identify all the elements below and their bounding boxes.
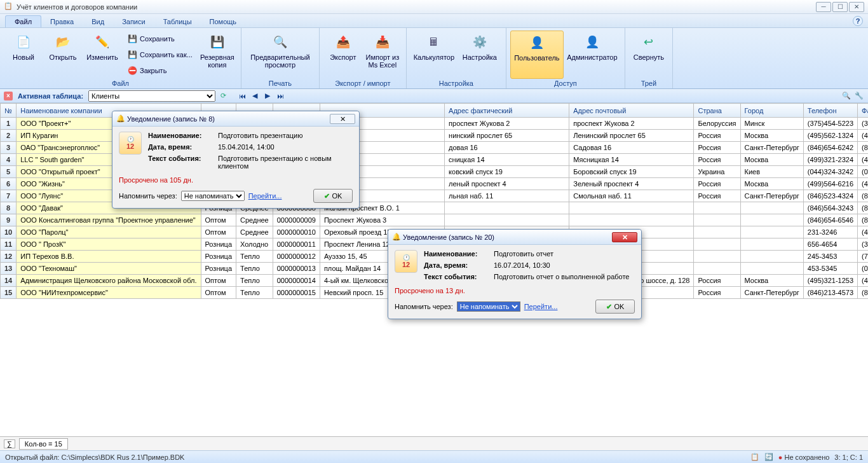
edit-icon: ✏️ <box>92 32 112 52</box>
tab-edit[interactable]: Правка <box>41 16 83 27</box>
preview-button[interactable]: 🔍Предварительный просмотр <box>245 31 315 79</box>
nav-last-icon[interactable]: ⏭ <box>275 91 285 101</box>
status-unsaved: ● Не сохранено <box>778 453 830 461</box>
dialog2-title: Уведомление (запись № 20) <box>403 233 612 241</box>
dialog-icon: 🔔 <box>392 233 401 241</box>
export-icon: 📤 <box>333 32 353 52</box>
backup-icon: 💾 <box>207 32 227 52</box>
calendar-icon: 🕐12 <box>119 132 142 155</box>
close-table-icon[interactable]: × <box>4 92 13 100</box>
minimize-icon: ↩ <box>639 32 659 52</box>
col-header[interactable]: Телефон <box>803 104 857 118</box>
window-title: Учёт клиентов и договоров компании <box>17 3 815 11</box>
active-table-label: Активная таблица: <box>18 92 83 100</box>
active-table-select[interactable]: Клиенты <box>88 90 215 102</box>
dialog2-goto-link[interactable]: Перейти... <box>524 303 558 310</box>
group-settings-label: Настройка <box>410 79 502 87</box>
notification-dialog-8: 🔔 Уведомление (запись № 8)✕ 🕐12 Наименов… <box>112 111 360 209</box>
settings-button[interactable]: ⚙️Настройка <box>458 31 502 79</box>
calendar-icon: 🕐12 <box>395 250 417 273</box>
ribbon: 📄Новый 📂Открыть ✏️Изменить 💾Сохранить 💾С… <box>0 28 868 89</box>
status-pos: 3: 1; C: 1 <box>834 453 863 461</box>
new-file-icon: 📄 <box>13 32 34 52</box>
col-header[interactable]: Страна <box>694 104 740 118</box>
dialog-icon: 🔔 <box>116 114 125 123</box>
help-icon[interactable]: ? <box>853 16 863 26</box>
col-header[interactable]: Факс <box>858 104 868 118</box>
saveas-button[interactable]: 💾Сохранить как... <box>125 48 195 61</box>
open-button[interactable]: 📂Открыть <box>43 31 83 79</box>
status-bar: Открытый файл: C:\Simplecs\BDK Rus 2.1\П… <box>0 450 868 463</box>
group-access-label: Доступ <box>510 79 621 87</box>
count-label: Кол-во = 15 <box>19 438 68 450</box>
col-header[interactable]: Адрес почтовый <box>569 104 694 118</box>
dialog2-overdue: Просрочено на 13 дн. <box>395 287 635 294</box>
wrench-icon[interactable]: 🔧 <box>854 91 864 101</box>
import-button[interactable]: 📥Импорт из Ms Excel <box>363 31 402 79</box>
dialog1-close-button[interactable]: ✕ <box>330 114 355 124</box>
maximize-button[interactable]: ☐ <box>832 2 848 12</box>
calculator-button[interactable]: 🖩Калькулятор <box>410 31 458 79</box>
titlebar: 📋 Учёт клиентов и договоров компании ─ ☐… <box>0 0 868 14</box>
group-print-label: Печать <box>245 79 315 87</box>
dialog2-remind-select[interactable]: Не напоминать <box>457 301 520 312</box>
edit-button[interactable]: ✏️Изменить <box>83 31 122 79</box>
folder-open-icon: 📂 <box>53 32 73 52</box>
col-header[interactable]: № <box>1 104 17 118</box>
dialog1-overdue: Просрочено на 105 дн. <box>119 176 353 184</box>
preview-icon: 🔍 <box>270 32 290 52</box>
tab-view[interactable]: Вид <box>83 16 113 27</box>
admin-button[interactable]: 👤Администратор <box>564 31 621 79</box>
status-icon-2[interactable]: 🔄 <box>764 453 773 461</box>
dialog2-ok-button[interactable]: ✔OK <box>595 300 635 314</box>
import-icon: 📥 <box>372 32 393 52</box>
close-file-icon: ⛔ <box>127 66 137 76</box>
tab-help[interactable]: Помощь <box>201 16 246 27</box>
col-header[interactable]: Адрес фактический <box>445 104 569 118</box>
new-button[interactable]: 📄Новый <box>4 31 43 79</box>
group-tray-label: Трей <box>629 79 668 87</box>
nav-next-icon[interactable]: ▶ <box>262 91 273 101</box>
user-button[interactable]: 👤Пользователь <box>510 31 564 79</box>
search-icon[interactable]: 🔍 <box>841 91 851 101</box>
active-table-bar: × Активная таблица: Клиенты ⟳ ⏮ ◀ ▶ ⏭ 🔍 … <box>0 89 868 103</box>
minimize-button[interactable]: ─ <box>816 2 831 12</box>
app-icon: 📋 <box>4 2 14 12</box>
dialog1-title: Уведомление (запись № 8) <box>127 115 330 123</box>
close-file-button[interactable]: ⛔Закрыть <box>125 64 195 77</box>
dialog2-close-button[interactable]: ✕ <box>612 232 637 242</box>
summary-bar: ∑ Кол-во = 15 <box>0 436 868 450</box>
calculator-icon: 🖩 <box>424 32 444 52</box>
admin-icon: 👤 <box>582 32 602 52</box>
user-icon: 👤 <box>527 32 547 53</box>
nav-first-icon[interactable]: ⏮ <box>237 91 247 101</box>
nav-prev-icon[interactable]: ◀ <box>250 91 260 101</box>
dialog1-goto-link[interactable]: Перейти... <box>248 192 282 200</box>
sigma-icon[interactable]: ∑ <box>4 439 15 448</box>
col-header[interactable]: Город <box>740 104 803 118</box>
status-icon-1[interactable]: 📋 <box>750 453 759 461</box>
refresh-icon[interactable]: ⟳ <box>218 91 228 101</box>
tab-tables[interactable]: Таблицы <box>154 16 201 27</box>
group-ei-label: Экспорт / импорт <box>323 79 402 87</box>
tab-records[interactable]: Записи <box>113 16 154 27</box>
table-row[interactable]: 9ООО Консалтинговая группа "Проектное уп… <box>1 214 869 226</box>
export-button[interactable]: 📤Экспорт <box>323 31 363 79</box>
dialog1-ok-button[interactable]: ✔OK <box>313 189 353 203</box>
gear-icon: ⚙️ <box>470 32 490 52</box>
minimize-tray-button[interactable]: ↩Свернуть <box>629 31 668 79</box>
menu-bar: Файл Правка Вид Записи Таблицы Помощь ? <box>0 14 868 28</box>
group-file-label: Файл <box>4 79 237 87</box>
close-button[interactable]: ✕ <box>849 2 864 12</box>
saveas-icon: 💾 <box>127 50 137 60</box>
notification-dialog-20: 🔔 Уведомление (запись № 20)✕ 🕐12 Наимено… <box>388 229 642 319</box>
tab-file[interactable]: Файл <box>5 15 41 27</box>
status-file: Открытый файл: C:\Simplecs\BDK Rus 2.1\П… <box>5 453 184 461</box>
dialog1-remind-select[interactable]: Не напоминать <box>181 191 245 201</box>
save-icon: 💾 <box>127 34 137 44</box>
backup-button[interactable]: 💾Резервная копия <box>198 31 237 79</box>
save-button[interactable]: 💾Сохранить <box>125 32 195 45</box>
